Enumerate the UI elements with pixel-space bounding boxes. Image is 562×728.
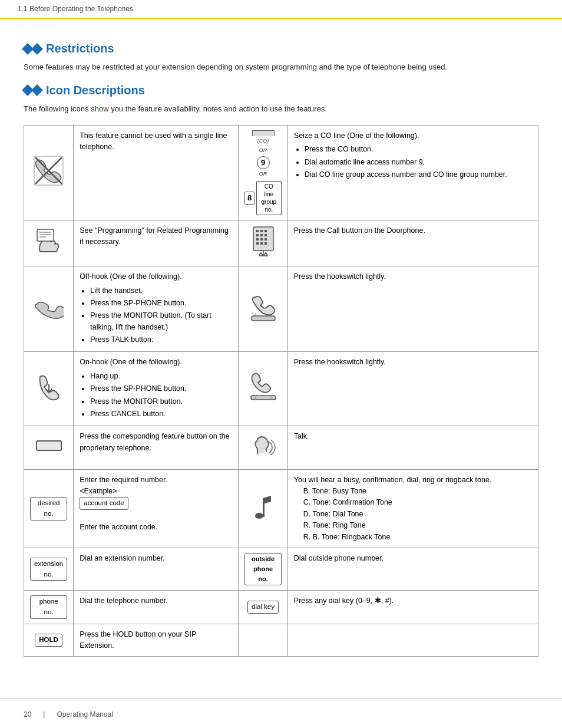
desc-cell-talk: Talk.	[287, 426, 538, 469]
restrictions-description: Some features may be restricted at your …	[24, 61, 538, 73]
svg-rect-8	[256, 230, 259, 232]
icon-cell-programming	[24, 220, 74, 266]
icon-cell-hold: HOLD	[24, 624, 74, 657]
svg-point-26	[255, 513, 263, 519]
table-row: HOLD Press the HOLD button on your SIP E…	[24, 624, 538, 657]
icon-cell-talk	[239, 426, 288, 469]
icon-cell-desired-no: desired no.	[24, 469, 74, 548]
icon-cell-dial-key: dial key	[239, 591, 288, 624]
page-number: 20	[24, 710, 31, 719]
table-row: Press the corresponding feature button o…	[24, 426, 538, 469]
svg-rect-11	[256, 234, 259, 236]
desc-cell-co-line: Seize a CO line (One of the following). …	[287, 126, 538, 220]
desc-cell-extension-no: Dial an extension number.	[74, 548, 239, 590]
icon-cell-offhook	[24, 266, 74, 352]
svg-rect-16	[265, 238, 267, 241]
desc-cell-offhook: Off-hook (One of the following). Lift th…	[74, 266, 239, 352]
svg-rect-19	[265, 242, 267, 245]
desc-cell-empty	[287, 624, 538, 657]
table-row: See "Programming" for Related Programmin…	[24, 220, 538, 266]
svg-rect-21	[252, 316, 275, 321]
svg-rect-17	[256, 242, 259, 245]
icon-cell-co-line: (CO) OR 9 OR 8 CO linegroup no.	[239, 126, 288, 220]
table-row: desired no. Enter the required number. <…	[24, 469, 538, 548]
desired-no-badge: desired no.	[30, 497, 67, 521]
svg-rect-15	[260, 238, 263, 241]
icon-cell-outside-phone-no: outsidephone no.	[239, 548, 288, 590]
icon-cell-phone-blocked	[24, 126, 74, 220]
page-label: |	[43, 710, 45, 719]
desc-cell-tone: You will hear a busy, confirmation, dial…	[287, 469, 538, 548]
diamond-icon-2	[24, 86, 41, 94]
svg-rect-18	[260, 242, 263, 245]
svg-rect-14	[256, 238, 259, 241]
svg-rect-13	[265, 234, 267, 236]
outside-phone-no-badge: outsidephone no.	[244, 553, 282, 585]
icon-descriptions-heading: Icon Descriptions	[46, 84, 145, 97]
table-row: phone no. Dial the telephone number. dia…	[24, 591, 538, 624]
desc-cell-feature-btn: Press the corresponding feature button o…	[74, 426, 239, 469]
hold-badge: HOLD	[35, 634, 62, 647]
icon-cell-extension-no: extension no.	[24, 548, 74, 590]
desc-cell-hookswitch2: Press the hookswitch lightly.	[287, 352, 538, 426]
desc-cell-doorphone: Press the Call button on the Doorphone.	[287, 220, 538, 266]
table-row: This feature cannot be used with a singl…	[24, 126, 538, 220]
desc-cell-outside-phone-no: Dial outside phone number.	[287, 548, 538, 590]
icon-descriptions-title: Icon Descriptions	[24, 84, 538, 97]
page-footer: 20 | Operating Manual	[0, 698, 562, 728]
desc-cell-hold: Press the HOLD button on your SIP Extens…	[74, 624, 239, 657]
phone-no-badge: phone no.	[30, 595, 67, 619]
desc-cell-desired-no: Enter the required number. <Example> acc…	[74, 469, 239, 548]
table-row: extension no. Dial an extension number. …	[24, 548, 538, 590]
extension-no-badge: extension no.	[30, 558, 67, 581]
svg-rect-12	[260, 234, 263, 236]
desc-cell-hookswitch: Press the hookswitch lightly.	[287, 266, 538, 352]
icon-cell-tone	[239, 469, 288, 548]
icon-cell-phone-no: phone no.	[24, 591, 74, 624]
desc-cell-phone-no: Dial the telephone number.	[74, 591, 239, 624]
desc-cell-dial-key: Press any dial key (0–9, ✱, #).	[287, 591, 538, 624]
footer-label: Operating Manual	[57, 710, 113, 719]
svg-rect-3	[37, 229, 54, 241]
desc-cell-onhook: On-hook (One of the following). Hang up.…	[74, 352, 239, 426]
account-code-badge: account code	[80, 497, 128, 510]
svg-rect-23	[251, 396, 276, 400]
icon-cell-feature-btn	[24, 426, 74, 469]
icon-cell-hookswitch2	[239, 352, 288, 426]
icon-cell-empty	[239, 624, 288, 657]
table-row: Off-hook (One of the following). Lift th…	[24, 266, 538, 352]
desc-cell-phone-blocked: This feature cannot be used with a singl…	[74, 126, 239, 220]
breadcrumb: 1.1 Before Operating the Telephones	[0, 0, 562, 19]
icon-cell-hookswitch	[239, 266, 288, 352]
icon-cell-onhook	[24, 352, 74, 426]
diamond-icon	[24, 45, 41, 53]
icon-cell-doorphone	[239, 220, 288, 266]
desc-cell-programming: See "Programming" for Related Programmin…	[74, 220, 239, 266]
icon-descriptions-description: The following icons show you the feature…	[24, 103, 538, 115]
restrictions-heading: Restrictions	[46, 42, 114, 55]
table-row: On-hook (One of the following). Hang up.…	[24, 352, 538, 426]
svg-rect-9	[260, 230, 263, 232]
restrictions-title: Restrictions	[24, 42, 538, 55]
icon-table: This feature cannot be used with a singl…	[24, 125, 538, 657]
svg-rect-10	[265, 230, 267, 232]
dial-key-badge: dial key	[247, 601, 279, 614]
